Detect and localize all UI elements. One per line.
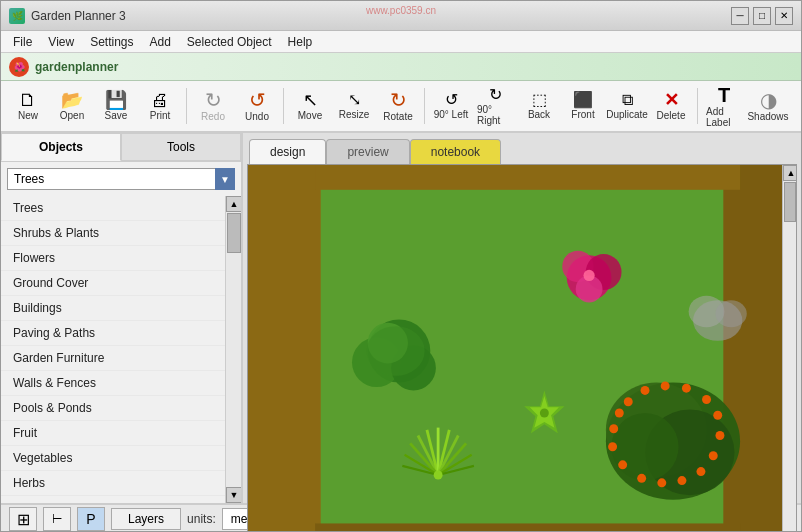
canvas-vertical-scrollbar: ▲ ▼ <box>782 165 796 532</box>
canvas-area[interactable]: ▲ ▼ <box>247 164 797 532</box>
category-item-pools[interactable]: Pools & Ponds <box>1 396 241 421</box>
right-panel: design preview notebook <box>243 133 801 503</box>
add-label-label: Add Label <box>706 106 742 128</box>
grid-button[interactable]: ⊞ <box>9 507 37 531</box>
category-item-vegetables[interactable]: Vegetables <box>1 446 241 471</box>
add-label-button[interactable]: T Add Label <box>703 84 745 128</box>
delete-icon: ✕ <box>664 91 679 109</box>
category-item-shrubs[interactable]: Shrubs & Plants <box>1 221 241 246</box>
svg-point-50 <box>434 470 443 479</box>
left-panel: Objects Tools Trees Shrubs & Plants Flow… <box>1 133 243 503</box>
svg-point-38 <box>615 408 624 417</box>
svg-point-36 <box>608 442 617 451</box>
print-label: Print <box>150 110 171 121</box>
separator-1 <box>186 88 187 124</box>
list-scrollbar: ▲ ▼ <box>225 196 241 503</box>
svg-point-31 <box>696 467 705 476</box>
undo-button[interactable]: ↺ Undo <box>236 84 278 128</box>
add-label-icon: T <box>718 85 730 105</box>
open-button[interactable]: 📂 Open <box>51 84 93 128</box>
vscroll-thumb[interactable] <box>784 182 796 222</box>
svg-point-18 <box>540 408 549 417</box>
rotate-label: Rotate <box>383 111 412 122</box>
category-item-fruit[interactable]: Fruit <box>1 421 241 446</box>
design-tabs: design preview notebook <box>243 133 801 164</box>
scroll-thumb[interactable] <box>227 213 241 253</box>
category-item-trees[interactable]: Trees <box>1 196 241 221</box>
tab-notebook[interactable]: notebook <box>410 139 501 164</box>
category-item-walls[interactable]: Walls & Fences <box>1 371 241 396</box>
menu-view[interactable]: View <box>40 33 82 51</box>
separator-3 <box>424 88 425 124</box>
svg-point-53 <box>715 300 746 327</box>
save-icon: 💾 <box>105 91 127 109</box>
category-item-herbs[interactable]: Herbs <box>1 471 241 496</box>
print-button[interactable]: 🖨 Print <box>139 84 181 128</box>
scroll-down-arrow[interactable]: ▼ <box>226 487 241 503</box>
undo-icon: ↺ <box>249 90 266 110</box>
shadows-button[interactable]: ◑ Shadows <box>747 84 789 128</box>
shadows-label: Shadows <box>747 111 788 122</box>
title-bar: 🌿 Garden Planner 3 www.pc0359.cn ─ □ ✕ <box>1 1 801 31</box>
svg-point-30 <box>709 451 718 460</box>
logo-icon: 🌺 <box>9 57 29 77</box>
svg-point-26 <box>682 384 691 393</box>
tab-design[interactable]: design <box>249 139 326 164</box>
redo-button[interactable]: ↻ Redo <box>192 84 234 128</box>
category-item-flowers[interactable]: Flowers <box>1 246 241 271</box>
save-button[interactable]: 💾 Save <box>95 84 137 128</box>
move-button[interactable]: ↖ Move <box>289 84 331 128</box>
menu-help[interactable]: Help <box>280 33 321 51</box>
rotate-right-icon: ↻ <box>489 87 502 103</box>
duplicate-icon: ⧉ <box>622 92 633 108</box>
duplicate-button[interactable]: ⧉ Duplicate <box>606 84 648 128</box>
svg-point-27 <box>702 395 711 404</box>
tab-preview[interactable]: preview <box>326 139 409 164</box>
garden-canvas <box>248 165 796 532</box>
category-list-inner: Trees Shrubs & Plants Flowers Ground Cov… <box>1 196 241 496</box>
pin-button[interactable]: P <box>77 507 105 531</box>
svg-rect-2 <box>248 165 321 532</box>
minimize-button[interactable]: ─ <box>731 7 749 25</box>
tab-tools[interactable]: Tools <box>121 133 241 161</box>
category-select[interactable]: Trees Shrubs & Plants Flowers Ground Cov… <box>7 168 216 190</box>
menu-add[interactable]: Add <box>142 33 179 51</box>
layers-button[interactable]: Layers <box>111 508 181 530</box>
new-icon: 🗋 <box>19 91 37 109</box>
shadows-icon: ◑ <box>760 90 777 110</box>
save-label: Save <box>105 110 128 121</box>
category-item-buildings[interactable]: Buildings <box>1 296 241 321</box>
category-item-paving[interactable]: Paving & Paths <box>1 321 241 346</box>
menu-selected-object[interactable]: Selected Object <box>179 33 280 51</box>
tab-objects[interactable]: Objects <box>1 133 121 161</box>
close-button[interactable]: ✕ <box>775 7 793 25</box>
delete-label: Delete <box>657 110 686 121</box>
delete-button[interactable]: ✕ Delete <box>650 84 692 128</box>
svg-rect-5 <box>315 523 740 532</box>
menu-file[interactable]: File <box>5 33 40 51</box>
window-controls: ─ □ ✕ <box>731 7 793 25</box>
move-label: Move <box>298 110 322 121</box>
resize-button[interactable]: ⤡ Resize <box>333 84 375 128</box>
rotate-left-button[interactable]: ↺ 90° Left <box>430 84 472 128</box>
resize-icon: ⤡ <box>348 92 361 108</box>
back-button[interactable]: ⬚ Back <box>518 84 560 128</box>
rotate-button[interactable]: ↻ Rotate <box>377 84 419 128</box>
logo-bar: 🌺 gardenplanner <box>1 53 801 81</box>
dropdown-arrow-icon[interactable]: ▼ <box>215 168 235 190</box>
rotate-right-button[interactable]: ↻ 90° Right <box>474 84 516 128</box>
new-button[interactable]: 🗋 New <box>7 84 49 128</box>
vscroll-up-arrow[interactable]: ▲ <box>783 165 797 181</box>
category-item-garden-furniture[interactable]: Garden Furniture <box>1 346 241 371</box>
scroll-up-arrow[interactable]: ▲ <box>226 196 241 212</box>
back-icon: ⬚ <box>532 92 547 108</box>
menu-settings[interactable]: Settings <box>82 33 141 51</box>
ruler-button[interactable]: ⊢ <box>43 507 71 531</box>
maximize-button[interactable]: □ <box>753 7 771 25</box>
open-icon: 📂 <box>61 91 83 109</box>
menu-bar: File View Settings Add Selected Object H… <box>1 31 801 53</box>
open-label: Open <box>60 110 84 121</box>
front-button[interactable]: ⬛ Front <box>562 84 604 128</box>
category-item-ground-cover[interactable]: Ground Cover <box>1 271 241 296</box>
rotate-left-icon: ↺ <box>445 92 458 108</box>
